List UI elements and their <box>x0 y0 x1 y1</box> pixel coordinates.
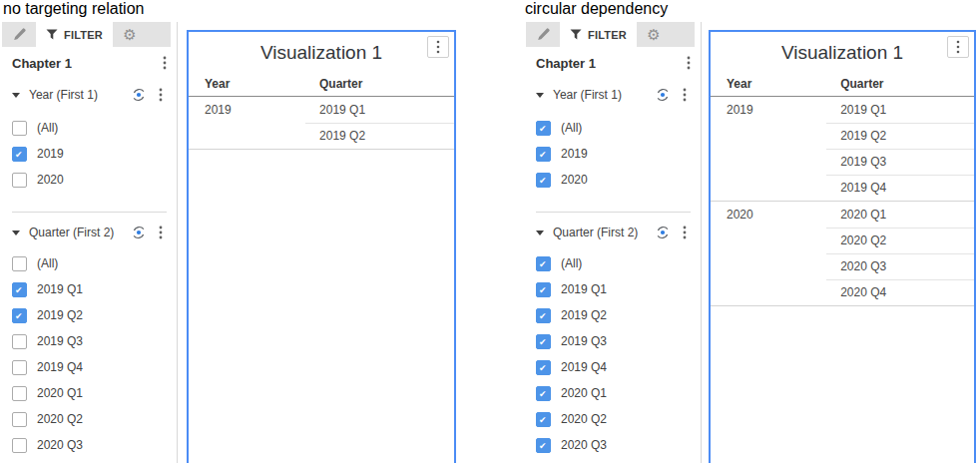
filter-option[interactable]: 2020 Q3 <box>12 432 167 458</box>
settings-button[interactable]: ⚙ <box>637 22 671 47</box>
quarter-cell[interactable]: 2020 Q2 <box>826 228 974 253</box>
edit-button[interactable] <box>526 22 560 47</box>
checkbox[interactable] <box>12 386 27 401</box>
filter-option[interactable]: 2019 <box>12 141 167 167</box>
quarter-cell[interactable]: 2020 Q1 <box>826 202 974 228</box>
sync-icon <box>655 87 671 103</box>
dimension-more-button[interactable] <box>159 88 163 102</box>
filter-option[interactable]: 2020 Q2 <box>12 406 167 432</box>
filter-option[interactable]: (All) <box>12 250 167 276</box>
settings-button[interactable]: ⚙ <box>113 22 147 47</box>
checkbox[interactable] <box>536 147 551 162</box>
dimension-more-button[interactable] <box>159 226 163 239</box>
kebab-icon <box>683 226 687 239</box>
quarter-cell[interactable]: 2019 Q3 <box>826 149 974 175</box>
tab-filter[interactable]: FILTER <box>560 22 637 47</box>
checkbox[interactable] <box>536 256 551 271</box>
filter-option[interactable]: 2020 Q1 <box>536 380 691 406</box>
checkbox[interactable] <box>536 334 551 349</box>
dimension-header-quarter: Quarter (First 2) <box>12 221 167 244</box>
tab-filter[interactable]: FILTER <box>36 22 113 47</box>
checkbox[interactable] <box>12 256 27 271</box>
checkbox[interactable] <box>536 412 551 427</box>
checkbox[interactable] <box>536 173 551 188</box>
filter-option[interactable]: 2020 Q1 <box>12 380 167 406</box>
quarter-cell[interactable]: 2020 Q4 <box>826 279 974 305</box>
kebab-icon <box>436 40 440 54</box>
checkbox[interactable] <box>12 282 27 297</box>
filter-option[interactable]: 2019 Q1 <box>12 276 167 302</box>
filter-option[interactable]: 2020 <box>536 167 691 193</box>
filter-option[interactable]: 2019 Q2 <box>536 302 691 328</box>
checkbox[interactable] <box>12 334 27 349</box>
filter-option-label: 2020 Q2 <box>561 412 607 426</box>
collapse-triangle-icon[interactable] <box>536 93 544 98</box>
filter-option[interactable]: 2019 <box>536 141 691 167</box>
year-cell[interactable]: 2019 <box>189 97 305 123</box>
filter-option[interactable]: 2019 Q1 <box>536 276 691 302</box>
filter-option[interactable]: 2019 Q3 <box>12 328 167 354</box>
filter-option[interactable]: (All) <box>12 115 167 141</box>
checkbox[interactable] <box>12 438 27 453</box>
dimension-more-button[interactable] <box>683 226 687 239</box>
filter-option[interactable]: 2020 Q3 <box>536 432 691 458</box>
table-row: 2019 2019 Q1 <box>189 97 454 123</box>
panel-heading-left: no targeting relation <box>3 0 144 18</box>
filter-option[interactable]: 2019 Q2 <box>12 302 167 328</box>
collapse-triangle-icon[interactable] <box>12 231 20 235</box>
visualization-card-right: Visualization 1 Year Quarter 2019 2019 Q… <box>709 30 976 463</box>
viz-more-button[interactable] <box>427 36 449 58</box>
chapter-more-button[interactable] <box>163 56 167 70</box>
table-row: 2020 2020 Q1 <box>711 202 974 228</box>
viz-more-button[interactable] <box>947 36 969 58</box>
year-cell[interactable]: 2020 <box>711 202 826 228</box>
filter-option[interactable]: 2019 Q4 <box>536 354 691 380</box>
cascade-sync-button[interactable] <box>131 225 147 240</box>
chapter-title: Chapter 1 <box>12 56 72 71</box>
filter-option[interactable]: (All) <box>536 115 691 141</box>
checkbox[interactable] <box>12 308 27 323</box>
checkbox[interactable] <box>12 173 27 188</box>
filter-option-label: (All) <box>37 121 58 135</box>
checkbox[interactable] <box>536 308 551 323</box>
cascade-sync-button[interactable] <box>655 225 671 240</box>
checkbox[interactable] <box>12 121 27 136</box>
cascade-sync-button[interactable] <box>131 87 147 103</box>
checkbox[interactable] <box>12 147 27 162</box>
filter-option[interactable]: 2019 Q4 <box>12 354 167 380</box>
filter-option[interactable]: (All) <box>536 250 691 276</box>
filter-option[interactable]: 2020 Q2 <box>536 406 691 432</box>
checkbox[interactable] <box>12 412 27 427</box>
checkbox[interactable] <box>536 121 551 136</box>
kebab-icon <box>683 88 687 102</box>
column-header-year: Year <box>189 73 305 96</box>
cascade-sync-button[interactable] <box>655 87 671 103</box>
quarter-cell[interactable]: 2019 Q1 <box>826 97 974 123</box>
quarter-cell[interactable]: 2019 Q4 <box>826 175 974 201</box>
edit-button[interactable] <box>2 22 36 47</box>
filter-option[interactable]: 2019 Q3 <box>536 328 691 354</box>
section-divider <box>12 212 167 213</box>
quarter-cell[interactable]: 2020 Q3 <box>826 253 974 279</box>
dimension-more-button[interactable] <box>683 88 687 102</box>
gear-icon: ⚙ <box>647 27 660 42</box>
checkbox[interactable] <box>536 386 551 401</box>
collapse-triangle-icon[interactable] <box>12 93 20 98</box>
checkbox[interactable] <box>536 438 551 453</box>
checkbox[interactable] <box>536 360 551 375</box>
panel-toolbar: FILTER ⚙ <box>2 22 171 47</box>
viz-title: Visualization 1 <box>711 40 974 65</box>
chapter-more-button[interactable] <box>687 56 691 70</box>
checkbox[interactable] <box>12 360 27 375</box>
quarter-cell[interactable]: 2019 Q2 <box>305 123 454 149</box>
viz-table-header: Year Quarter <box>711 73 974 97</box>
checkbox[interactable] <box>536 282 551 297</box>
collapse-triangle-icon[interactable] <box>536 231 544 235</box>
quarter-cell[interactable]: 2019 Q1 <box>305 97 454 123</box>
year-cell[interactable]: 2019 <box>711 97 826 123</box>
filter-panel-left: FILTER ⚙ Chapter 1 Year (First 1) <box>2 22 178 463</box>
sync-icon <box>131 225 147 240</box>
filter-option[interactable]: 2020 <box>12 167 167 193</box>
quarter-cell[interactable]: 2019 Q2 <box>826 123 974 149</box>
year-cell-empty <box>711 253 826 279</box>
